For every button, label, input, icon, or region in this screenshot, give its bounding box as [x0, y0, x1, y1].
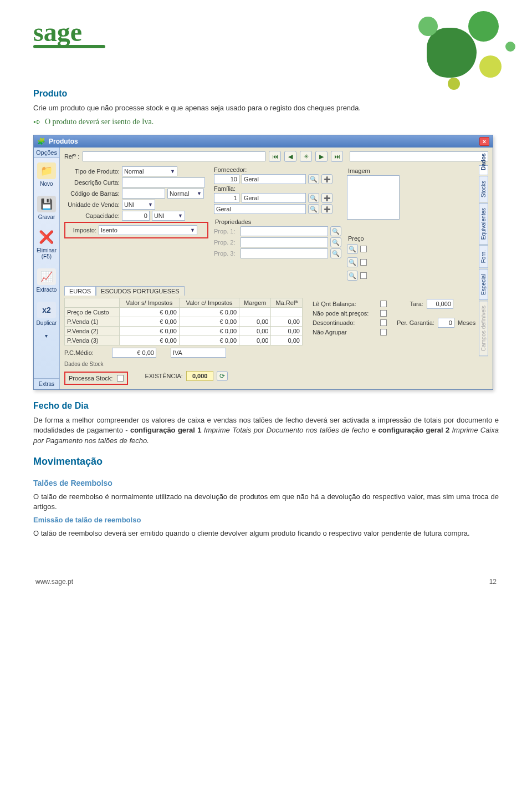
save-icon	[37, 196, 56, 212]
th-ma: Ma.Refª	[271, 298, 302, 308]
page-header: sage	[33, 17, 499, 78]
preco3-chk[interactable]	[360, 272, 367, 279]
vtab-dados[interactable]: Dados	[479, 165, 488, 175]
nav-add-icon[interactable]: ✳	[300, 151, 312, 162]
ref-input[interactable]	[83, 151, 265, 161]
fecho-para: De forma a melhor compreender os valores…	[33, 415, 499, 446]
preco-head: Preço	[348, 235, 475, 242]
sidebar-novo[interactable]: Novo	[34, 158, 59, 191]
preco2-chk[interactable]	[360, 259, 367, 266]
preco1-chk[interactable]	[360, 246, 367, 252]
tipo-select[interactable]: Normal▼	[122, 166, 177, 176]
p1-input[interactable]	[241, 226, 328, 236]
vtab-esp[interactable]: Especial	[479, 269, 488, 300]
sidebar-eliminar[interactable]: Eliminar (F5)	[34, 225, 59, 264]
heading-etr: Emissão de talão de reembolso	[33, 516, 141, 524]
etr-para: O talão de reembolso deverá ser emitido …	[33, 528, 499, 538]
footer-page: 12	[489, 578, 497, 586]
th-mar: Margem	[239, 298, 271, 308]
subfam-add-icon[interactable]	[321, 204, 332, 214]
cap-input[interactable]	[122, 211, 150, 221]
close-icon[interactable]: ×	[479, 137, 489, 146]
p3-input[interactable]	[241, 248, 328, 258]
p2-l: Prop. 2:	[214, 239, 238, 246]
fam-num[interactable]	[214, 193, 239, 203]
forn-text[interactable]	[242, 174, 306, 184]
fam-search-icon[interactable]	[308, 193, 319, 203]
desc-chk[interactable]	[380, 319, 387, 326]
th-vc: Valor c/ Impostos	[179, 298, 239, 308]
garan-v[interactable]	[438, 318, 454, 328]
cod-select[interactable]: Normal▼	[167, 189, 204, 199]
iva-input[interactable]	[171, 348, 226, 358]
fam-label: Família:	[214, 185, 253, 192]
noagr-chk[interactable]	[380, 329, 387, 336]
imposto-highlight: Imposto: Isento▼	[64, 222, 208, 238]
produto-note: O produto deverá ser isento de Iva.	[45, 118, 154, 126]
tab-escudos[interactable]: ESCUDOS PORTUGUESES	[96, 286, 185, 296]
forn-num[interactable]	[214, 174, 239, 184]
refresh-icon[interactable]: ⟳	[217, 371, 228, 381]
nav-first-icon[interactable]: ⏮	[269, 151, 281, 162]
sidebar-gravar[interactable]: Gravar	[34, 191, 59, 225]
fam-text[interactable]	[242, 193, 306, 203]
chart-icon	[37, 268, 56, 285]
p3-search-icon[interactable]	[330, 248, 341, 258]
cod-input[interactable]	[122, 189, 165, 199]
vtab-forn[interactable]: Forn.	[479, 245, 488, 268]
p2-input[interactable]	[241, 237, 328, 247]
heading-mov: Movimentação	[33, 456, 499, 467]
vtab-equiv[interactable]: Equivalentes	[479, 203, 488, 245]
leqnt-chk[interactable]	[380, 301, 387, 307]
image-box[interactable]	[347, 175, 400, 220]
vtab-stocks[interactable]: Stocks	[479, 176, 488, 202]
fam-add-icon[interactable]	[321, 193, 332, 203]
imp-label: Imposto:	[66, 227, 96, 233]
tab-euros[interactable]: EUROS	[64, 286, 96, 296]
desc-input[interactable]	[122, 177, 205, 187]
table-row: P.Venda (3)€ 0,00€ 0,000,000,00	[64, 336, 302, 345]
pcmedio-val[interactable]	[112, 348, 156, 358]
vtab-cdef: Campos definíveis	[479, 301, 488, 356]
sidebar-duplicar[interactable]: Duplicar	[34, 297, 59, 331]
procstock-chk[interactable]	[117, 375, 124, 382]
titlebar[interactable]: 🧩 Produtos ×	[34, 135, 493, 148]
subfam-text[interactable]	[214, 204, 306, 214]
forn-search-icon[interactable]	[308, 174, 319, 184]
arrow-icon: ➪	[33, 116, 40, 127]
sidebar-extras[interactable]: Extras	[34, 378, 59, 389]
subfam-search-icon[interactable]	[308, 204, 319, 214]
heading-tr: Talões de Reembolso	[33, 479, 499, 487]
price-table: Valor s/ Impostos Valor c/ Impostos Marg…	[64, 298, 303, 345]
noagr-l: Não Agrupar	[313, 329, 377, 336]
tara-v[interactable]	[427, 299, 453, 309]
nav-last-icon[interactable]: ⏭	[331, 151, 343, 162]
preco3-search-icon[interactable]	[347, 271, 358, 281]
forn-label: Fornecedor:	[214, 166, 253, 173]
preco2-search-icon[interactable]	[347, 257, 358, 267]
sidebar-more-arrow[interactable]: ▾	[34, 331, 59, 341]
produtos-window: 🧩 Produtos × Opções Novo Gravar Eliminar…	[33, 135, 493, 390]
nav-prev-icon[interactable]: ◀	[284, 151, 296, 162]
p2-search-icon[interactable]	[330, 237, 341, 247]
p1-l: Prop. 1:	[214, 228, 238, 235]
nav-next-icon[interactable]: ▶	[315, 151, 328, 162]
p1-search-icon[interactable]	[330, 226, 341, 236]
produto-note-row: ➪ O produto deverá ser isento de Iva.	[33, 116, 499, 127]
tipo-label: Tipo de Produto:	[64, 168, 120, 175]
sidebar: Opções Novo Gravar Eliminar (F5) Extract…	[34, 148, 60, 389]
uni-select[interactable]: UNI▼	[122, 200, 155, 210]
image-head: Imagem	[348, 167, 475, 174]
cap-sel[interactable]: UNI▼	[152, 211, 185, 221]
table-row: P.Venda (1)€ 0,00€ 0,000,000,00	[64, 317, 302, 327]
ref-desc-input[interactable]	[350, 151, 488, 161]
prop-head: Propriedades	[215, 218, 341, 225]
noalt-chk[interactable]	[380, 310, 387, 317]
ref-searchbar: Refª : ⏮ ◀ ✳ ▶ ⏭	[64, 151, 488, 162]
preco1-search-icon[interactable]	[347, 244, 358, 254]
desc-label: Descrição Curta:	[64, 179, 120, 186]
imp-select[interactable]: Isento▼	[99, 225, 197, 235]
sidebar-extracto[interactable]: Extracto	[34, 264, 59, 297]
forn-add-icon[interactable]	[321, 174, 332, 184]
footer-url: www.sage.pt	[35, 578, 73, 586]
